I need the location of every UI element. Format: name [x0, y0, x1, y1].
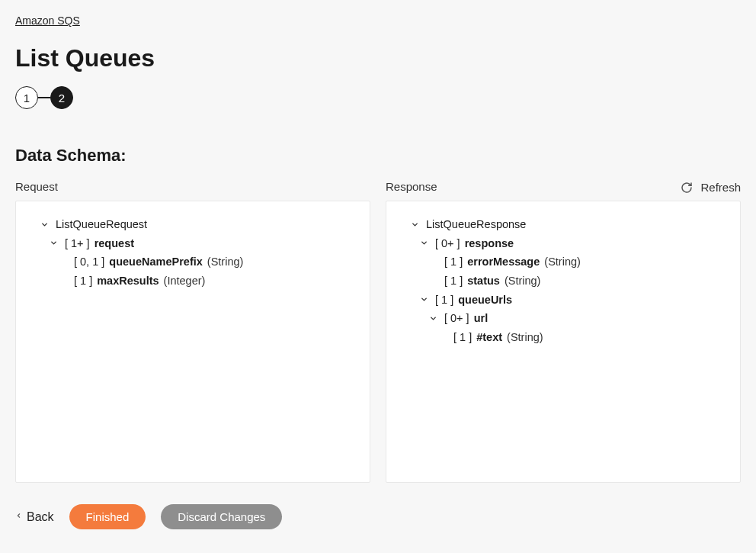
- field-name: response: [465, 234, 514, 253]
- chevron-down-icon[interactable]: [46, 239, 60, 247]
- cardinality: [ 1 ]: [444, 272, 463, 291]
- tree-node-root-response[interactable]: ListQueueResponse: [394, 215, 732, 234]
- field-type: (String): [505, 272, 541, 291]
- cardinality: [ 1+ ]: [65, 234, 90, 253]
- field-name: url: [474, 309, 489, 328]
- tree-node-root-request[interactable]: ListQueueRequest: [24, 215, 362, 234]
- cardinality: [ 1 ]: [435, 291, 453, 310]
- field-name: errorMessage: [467, 252, 540, 272]
- tree-node-request[interactable]: [ 1+ ] request: [24, 234, 362, 253]
- field-type: (String): [544, 252, 581, 272]
- section-title: Data Schema:: [15, 146, 741, 166]
- field-name: request: [94, 234, 134, 253]
- cardinality: [ 1 ]: [74, 272, 92, 291]
- field-name: queueUrls: [458, 291, 512, 310]
- chevron-down-icon[interactable]: [417, 239, 431, 247]
- cardinality: [ 1 ]: [444, 252, 463, 272]
- back-label: Back: [27, 510, 54, 524]
- response-panel: ListQueueResponse [ 0+ ] response [ 1 ] …: [386, 201, 741, 483]
- chevron-down-icon[interactable]: [417, 295, 431, 304]
- discard-changes-button[interactable]: Discard Changes: [161, 504, 282, 529]
- tree-node-text[interactable]: [ 1 ] #text (String): [394, 328, 732, 347]
- finished-button[interactable]: Finished: [69, 504, 146, 529]
- field-type: (Integer): [164, 272, 206, 291]
- tree-node-response[interactable]: [ 0+ ] response: [394, 234, 732, 253]
- field-name: maxResults: [97, 272, 159, 291]
- step-1[interactable]: 1: [15, 86, 38, 109]
- field-name: #text: [476, 328, 502, 347]
- tree-node-queue-name-prefix[interactable]: [ 0, 1 ] queueNamePrefix (String): [24, 252, 362, 272]
- cardinality: [ 1 ]: [453, 328, 472, 347]
- field-type: (String): [507, 328, 543, 347]
- request-header: Request: [15, 180, 370, 193]
- request-panel: ListQueueRequest [ 1+ ] request [ 0, 1 ]…: [15, 201, 370, 483]
- tree-node-url[interactable]: [ 0+ ] url: [394, 309, 732, 328]
- tree-label: ListQueueResponse: [426, 215, 526, 234]
- response-header: Response: [386, 180, 741, 193]
- tree-node-max-results[interactable]: [ 1 ] maxResults (Integer): [24, 272, 362, 291]
- page-title: List Queues: [15, 44, 741, 72]
- chevron-down-icon[interactable]: [408, 220, 421, 229]
- chevron-down-icon[interactable]: [426, 314, 440, 323]
- back-button[interactable]: Back: [15, 510, 54, 524]
- cardinality: [ 0+ ]: [444, 309, 469, 328]
- tree-node-queue-urls[interactable]: [ 1 ] queueUrls: [394, 291, 732, 310]
- field-type: (String): [207, 252, 244, 272]
- chevron-left-icon: [15, 511, 22, 522]
- step-connector: [38, 97, 50, 98]
- stepper: 1 2: [15, 86, 741, 109]
- cardinality: [ 0, 1 ]: [74, 252, 104, 272]
- tree-node-status[interactable]: [ 1 ] status (String): [394, 272, 732, 291]
- tree-label: ListQueueRequest: [56, 215, 147, 234]
- breadcrumb-link[interactable]: Amazon SQS: [15, 14, 80, 27]
- cardinality: [ 0+ ]: [435, 234, 460, 253]
- field-name: status: [467, 272, 500, 291]
- chevron-down-icon[interactable]: [37, 220, 51, 229]
- field-name: queueNamePrefix: [109, 252, 203, 272]
- tree-node-error-message[interactable]: [ 1 ] errorMessage (String): [394, 252, 732, 272]
- step-2[interactable]: 2: [50, 86, 73, 109]
